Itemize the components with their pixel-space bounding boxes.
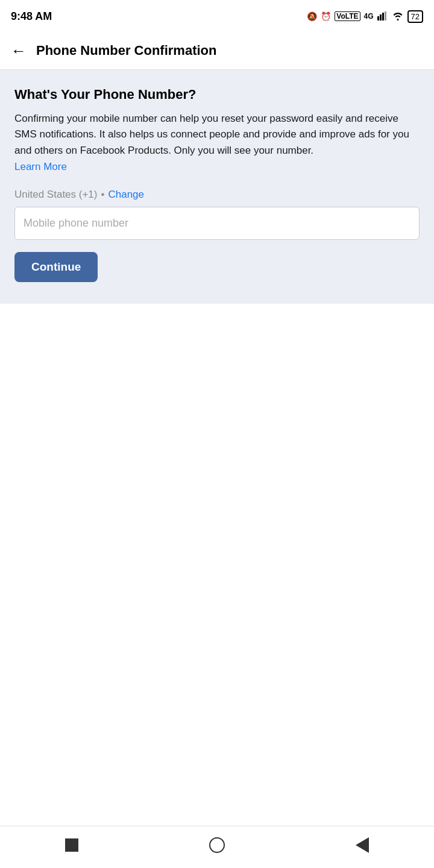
recent-nav-button[interactable] [356, 837, 369, 853]
back-button[interactable]: ← [11, 43, 27, 58]
home-nav-button[interactable] [209, 837, 225, 853]
square-icon [65, 838, 78, 852]
page-title: Phone Number Confirmation [36, 43, 216, 58]
volte-icon: VoLTE [335, 11, 360, 21]
signal-4g-icon: 4G [364, 12, 374, 20]
country-label: United States (+1) [14, 189, 98, 201]
top-nav: ← Phone Number Confirmation [0, 31, 434, 70]
svg-rect-2 [382, 13, 384, 20]
status-bar: 9:48 AM 🔕 ⏰ VoLTE 4G 72 [0, 0, 434, 31]
svg-rect-1 [380, 14, 382, 20]
card-description: Confirming your mobile number can help y… [14, 111, 420, 159]
back-nav-button[interactable] [65, 838, 78, 852]
country-separator: • [101, 189, 105, 201]
svg-rect-0 [377, 16, 379, 20]
continue-button[interactable]: Continue [14, 252, 98, 282]
bottom-nav-bar [0, 826, 434, 868]
main-spacer [0, 304, 434, 826]
status-time: 9:48 AM [11, 10, 52, 23]
card-heading: What's Your Phone Number? [14, 87, 420, 102]
learn-more-link[interactable]: Learn More [14, 161, 67, 172]
status-icons: 🔕 ⏰ VoLTE 4G 72 [307, 10, 423, 23]
circle-icon [209, 837, 225, 853]
battery-icon: 72 [407, 10, 423, 23]
triangle-icon [356, 837, 369, 853]
phone-number-input[interactable] [14, 207, 420, 240]
country-selector: United States (+1) • Change [14, 189, 420, 201]
wifi-icon [392, 11, 404, 22]
svg-rect-3 [385, 11, 386, 20]
country-change-button[interactable]: Change [108, 189, 144, 201]
content-card: What's Your Phone Number? Confirming you… [0, 70, 434, 304]
signal-bars-icon [377, 11, 388, 22]
alarm-icon: ⏰ [321, 11, 331, 21]
mute-icon: 🔕 [307, 11, 317, 21]
